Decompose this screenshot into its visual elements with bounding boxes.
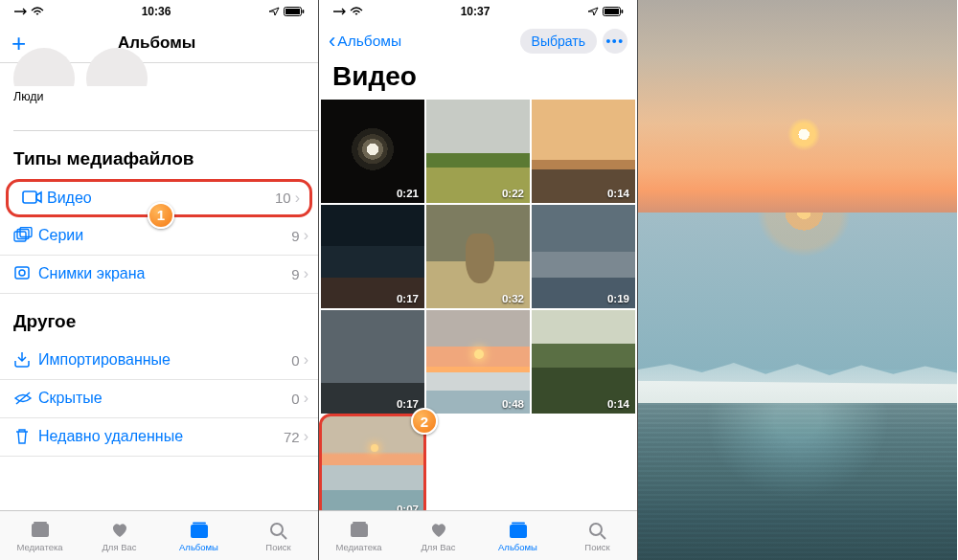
annotation-marker-2: 2 (411, 408, 438, 435)
list-label: Скрытые (38, 390, 291, 407)
svg-rect-1 (285, 9, 300, 14)
svg-rect-22 (510, 525, 527, 538)
tab-library[interactable]: Медиатека (319, 511, 399, 560)
video-thumb[interactable]: 0:21 (321, 100, 424, 203)
video-thumb[interactable]: 0:17 (321, 310, 424, 414)
list-item-hidden[interactable]: Скрытые 0 › (0, 380, 318, 418)
location-arrow-icon (268, 7, 280, 16)
video-thumb[interactable]: 0:48 (426, 310, 530, 414)
status-time: 10:37 (461, 5, 490, 18)
location-arrow-icon (587, 7, 599, 16)
list-count: 9 (291, 266, 299, 282)
tab-bar: Медиатека Для Вас Альбомы Поиск (319, 510, 637, 560)
svg-point-24 (590, 524, 602, 535)
tab-library[interactable]: Медиатека (0, 511, 80, 560)
video-grid: 0:21 0:22 0:14 0:17 0:32 0:19 0:17 0:48 … (319, 100, 637, 414)
tab-albums[interactable]: Альбомы (159, 511, 239, 560)
svg-rect-18 (604, 9, 619, 14)
select-button[interactable]: Выбрать (520, 29, 597, 54)
list-label: Импортированные (38, 351, 291, 369)
video-thumb[interactable]: 0:14 (532, 100, 635, 203)
svg-rect-12 (34, 522, 47, 524)
list-count: 10 (275, 190, 291, 206)
chevron-right-icon: › (304, 351, 308, 369)
section-header-media: Типы медиафайлов (0, 131, 318, 179)
svg-point-8 (19, 270, 25, 276)
list-count: 0 (291, 391, 299, 407)
video-thumb-selected[interactable]: 0:07 (321, 415, 424, 519)
wifi-icon (31, 7, 44, 16)
tab-search[interactable]: Поиск (558, 511, 637, 560)
battery-icon (603, 7, 624, 17)
video-thumb[interactable]: 0:22 (426, 100, 530, 203)
list-item-deleted[interactable]: Недавно удаленные 72 › (0, 418, 318, 457)
airplane-icon (13, 7, 27, 16)
chevron-right-icon: › (304, 265, 308, 282)
video-full-preview[interactable] (638, 0, 957, 560)
chevron-right-icon: › (295, 190, 300, 207)
list-count: 9 (291, 228, 299, 244)
chevron-right-icon: › (304, 428, 308, 445)
list-label: Недавно удаленные (38, 428, 284, 445)
annotation-marker-1: 1 (148, 202, 174, 229)
list-label: Серии (38, 227, 291, 244)
svg-rect-19 (621, 10, 623, 13)
svg-rect-20 (351, 524, 368, 537)
video-thumb[interactable]: 0:14 (532, 310, 635, 414)
status-bar: 10:36 (0, 0, 318, 23)
svg-line-25 (601, 534, 605, 539)
screenshot-icon (13, 265, 38, 282)
status-bar: 10:37 (319, 0, 637, 23)
video-thumb[interactable]: 0:19 (532, 205, 635, 308)
videos-grid-screen: 10:37 ‹ Альбомы Выбрать ••• Видео 0:21 0… (319, 0, 638, 560)
video-thumb[interactable]: 0:17 (321, 205, 424, 308)
back-label: Альбомы (337, 33, 401, 50)
tab-search[interactable]: Поиск (239, 511, 318, 560)
list-item-imports[interactable]: Импортированные 0 › (0, 342, 318, 380)
list-label: Снимки экрана (38, 265, 291, 282)
video-icon (22, 190, 47, 206)
list-item-screenshots[interactable]: Снимки экрана 9 › (0, 256, 318, 294)
trash-icon (13, 428, 38, 445)
section-header-other: Другое (0, 294, 318, 342)
tab-albums[interactable]: Альбомы (478, 511, 558, 560)
nav-bar: ‹ Альбомы Выбрать ••• (319, 23, 637, 59)
import-icon (13, 351, 38, 369)
chevron-left-icon: ‹ (329, 29, 335, 54)
people-album-row[interactable]: Люди (0, 63, 318, 121)
svg-line-16 (282, 534, 286, 539)
back-button[interactable]: ‹ Альбомы (329, 29, 401, 54)
people-label: Люди (13, 90, 305, 103)
video-thumb[interactable]: 0:32 (426, 205, 530, 308)
svg-rect-2 (302, 10, 304, 13)
airplane-icon (332, 7, 346, 16)
tab-foryou[interactable]: Для Вас (80, 511, 159, 560)
list-count: 72 (284, 429, 300, 445)
svg-rect-13 (191, 525, 208, 538)
battery-icon (284, 7, 305, 17)
chevron-right-icon: › (304, 227, 308, 244)
albums-screen: 10:36 + Альбомы Люди Типы медиафайлов Ви… (0, 0, 319, 560)
tab-foryou[interactable]: Для Вас (399, 511, 478, 560)
svg-point-15 (271, 524, 283, 535)
wifi-icon (350, 7, 363, 16)
status-time: 10:36 (142, 5, 171, 18)
svg-rect-3 (23, 191, 36, 203)
svg-rect-7 (15, 267, 29, 279)
hidden-icon (13, 391, 38, 406)
list-count: 0 (291, 352, 299, 369)
svg-rect-21 (353, 522, 366, 524)
burst-icon (13, 227, 38, 244)
svg-rect-14 (193, 522, 206, 524)
page-title: Видео (319, 59, 637, 100)
tab-bar: Медиатека Для Вас Альбомы Поиск (0, 510, 318, 560)
more-button[interactable]: ••• (603, 29, 627, 54)
svg-rect-10 (32, 524, 49, 537)
chevron-right-icon: › (304, 390, 308, 407)
svg-rect-23 (512, 522, 525, 524)
